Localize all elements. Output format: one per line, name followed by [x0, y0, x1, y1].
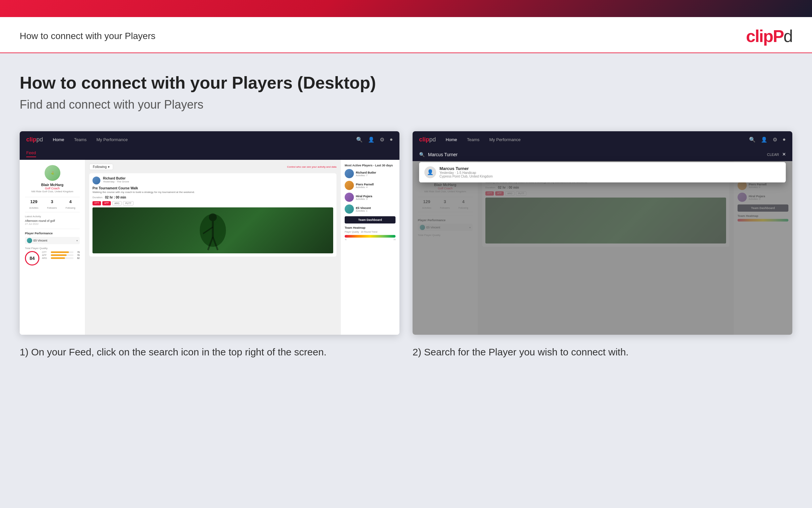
- step2-description: 2) Search for the Player you wish to con…: [413, 345, 792, 359]
- feed-tab-1: Feed: [20, 148, 399, 160]
- search-result-item-1[interactable]: 👤 Marcus Turner Yesterday · 1-5 Handicap…: [419, 162, 786, 182]
- tags-row-1: OTT APP ARG PUTT: [93, 201, 333, 205]
- clear-button[interactable]: CLEAR: [767, 153, 779, 157]
- heatmap-bar-1: [345, 235, 395, 238]
- stats-row-1: 129 Activities 3 Followers 4 Following: [25, 197, 80, 212]
- search-icon-1[interactable]: 🔍: [356, 136, 363, 143]
- left-panel-1: ⛳ Blair McHarg Golf Coach Mill Ride Golf…: [20, 160, 85, 335]
- page-title: How to connect with your Players: [20, 31, 155, 41]
- app-content-area-1: ⛳ Blair McHarg Golf Coach Mill Ride Golf…: [20, 160, 399, 335]
- metric-arg-1: ARG 62: [42, 257, 80, 259]
- top-bar: [0, 0, 812, 17]
- screenshot-col-1: clippd Home Teams My Performance 🔍 👤 ⚙ ●…: [20, 131, 399, 359]
- following-btn-1[interactable]: Following ▾: [89, 164, 113, 170]
- active-player-3: Hiral Pujara Activities: 3: [345, 193, 395, 202]
- search-overlay: 🔍 Marcus Turner CLEAR × 👤 Marcus Turne: [413, 148, 792, 335]
- profile-name-1: Blair McHarg: [25, 183, 80, 187]
- profile-club-1: Mill Ride Golf Club, United Kingdom: [25, 190, 80, 193]
- tag-putt-1: PUTT: [123, 201, 134, 205]
- header: How to connect with your Players clipPd: [0, 17, 812, 53]
- stat-activities-1: 129 Activities: [29, 199, 38, 210]
- screenshot-frame-1: clippd Home Teams My Performance 🔍 👤 ⚙ ●…: [20, 131, 399, 335]
- tag-ott-1: OTT: [93, 201, 101, 205]
- metrics-list-1: OTT 79 APP: [42, 251, 80, 259]
- stat-followers-1: 3 Followers: [47, 199, 57, 210]
- settings-icon-2[interactable]: ⚙: [773, 136, 777, 143]
- activity-card-1: Richard Butler Yesterday · The Grove Pre…: [89, 173, 336, 257]
- screenshot-col-2: clippd Home Teams My Performance 🔍 👤 ⚙ ●…: [413, 131, 792, 359]
- heatmap-labels-1: -5 +5: [345, 239, 395, 241]
- nav-home-2[interactable]: Home: [446, 137, 457, 142]
- photo-area-1: [93, 207, 333, 253]
- player-select-1[interactable]: Eli Vincent ▾: [25, 237, 80, 244]
- metric-ott-1: OTT 79: [42, 251, 80, 253]
- app-navbar-1: clippd Home Teams My Performance 🔍 👤 ⚙ ●: [20, 131, 399, 148]
- latest-activity-1: Latest Activity Afternoon round of golf …: [25, 215, 80, 225]
- nav-performance-2[interactable]: My Performance: [489, 137, 520, 142]
- close-icon[interactable]: ×: [782, 151, 786, 158]
- player-perf-section-1: Player Performance Eli Vincent ▾ Total P…: [25, 229, 80, 267]
- avatar-icon-1[interactable]: ●: [390, 136, 393, 142]
- main-subtitle: Find and connect with your Players: [20, 98, 792, 112]
- user-icon-1[interactable]: 👤: [368, 136, 375, 143]
- nav-home-1[interactable]: Home: [53, 137, 64, 142]
- active-player-avatar-4: [345, 205, 354, 214]
- main-content: How to connect with your Players (Deskto…: [0, 53, 812, 506]
- search-bar-active: 🔍 Marcus Turner CLEAR ×: [413, 148, 792, 161]
- search-result-info-1: Marcus Turner Yesterday · 1-5 Handicap C…: [439, 166, 780, 178]
- feed-tab-item-1[interactable]: Feed: [26, 150, 36, 157]
- active-player-avatar-2: [345, 181, 354, 190]
- active-player-1: Richard Butler Activities: 7: [345, 169, 395, 178]
- center-feed-1: Following ▾ Control who can see your act…: [85, 160, 340, 335]
- profile-section-1: ⛳ Blair McHarg Golf Coach Mill Ride Golf…: [25, 165, 80, 193]
- dropdown-arrow-1: ▾: [77, 239, 78, 242]
- search-icon-active: 🔍: [419, 152, 425, 157]
- tag-app-1: APP: [102, 201, 111, 205]
- profile-avatar-1: ⛳: [45, 165, 60, 181]
- footer: Copyright Clippd 2022: [0, 506, 812, 508]
- nav-performance-1[interactable]: My Performance: [96, 137, 128, 142]
- tag-arg-1: ARG: [112, 201, 122, 205]
- search-result-avatar-1: 👤: [424, 166, 436, 178]
- screenshots-row: clippd Home Teams My Performance 🔍 👤 ⚙ ●…: [20, 131, 792, 359]
- player-mini-avatar-1: [27, 238, 32, 243]
- active-player-avatar-1: [345, 169, 354, 178]
- nav-right-1: 🔍 👤 ⚙ ●: [356, 136, 393, 143]
- stat-following-1: 4 Following: [65, 199, 76, 210]
- duration-row-1: Duration 02 hr : 00 min: [93, 196, 333, 199]
- search-results-dropdown: 👤 Marcus Turner Yesterday · 1-5 Handicap…: [419, 162, 786, 182]
- score-circle-1: 84: [25, 251, 39, 265]
- nav-teams-1[interactable]: Teams: [74, 137, 87, 142]
- nav-right-2: 🔍 👤 ⚙ ●: [749, 136, 786, 143]
- settings-icon-1[interactable]: ⚙: [380, 136, 384, 143]
- golfer-svg-1: [93, 207, 333, 253]
- profile-role-1: Golf Coach: [25, 187, 80, 190]
- control-link-1[interactable]: Control who can see your activity and da…: [287, 165, 336, 168]
- avatar-icon-2[interactable]: ●: [782, 136, 786, 142]
- app-logo-2: clippd: [419, 136, 436, 143]
- user-icon-2[interactable]: 👤: [761, 136, 767, 143]
- svg-point-1: [209, 213, 217, 221]
- search-icon-2[interactable]: 🔍: [749, 136, 756, 143]
- active-player-2: Piers Parnell Activities: 4: [345, 181, 395, 190]
- active-player-4: Eli Vincent Activities: 1: [345, 205, 395, 214]
- right-panel-1: Most Active Players - Last 30 days Richa…: [340, 160, 399, 335]
- search-input-active[interactable]: Marcus Turner: [428, 152, 764, 157]
- team-dashboard-btn-1[interactable]: Team Dashboard: [345, 216, 395, 223]
- step1-description: 1) On your Feed, click on the search ico…: [20, 345, 399, 359]
- app-logo-1: clippd: [26, 136, 43, 143]
- logo: clipPd: [746, 26, 792, 46]
- active-player-avatar-3: [345, 193, 354, 202]
- app-navbar-2: clippd Home Teams My Performance 🔍 👤 ⚙ ●: [413, 131, 792, 148]
- following-row-1: Following ▾ Control who can see your act…: [89, 164, 336, 170]
- main-title: How to connect with your Players (Deskto…: [20, 73, 792, 92]
- screenshot-frame-2: clippd Home Teams My Performance 🔍 👤 ⚙ ●…: [413, 131, 792, 335]
- user-avatar-sm-1: [93, 176, 100, 184]
- nav-teams-2[interactable]: Teams: [467, 137, 479, 142]
- metric-app-1: APP 70: [42, 254, 80, 256]
